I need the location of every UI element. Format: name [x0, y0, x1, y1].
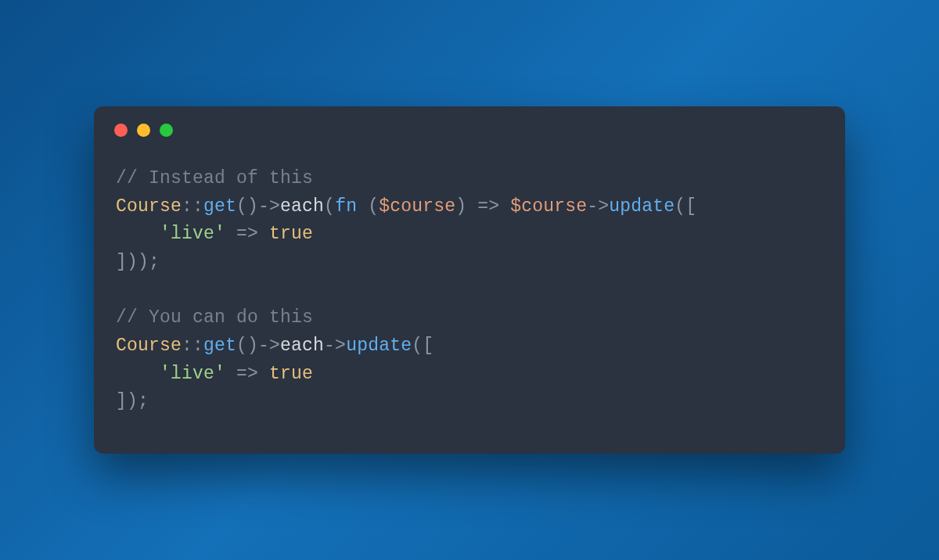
code-token: ): [455, 196, 466, 217]
code-token: true: [269, 224, 313, 244]
code-token: [499, 196, 510, 217]
code-token: (: [236, 196, 247, 217]
zoom-icon[interactable]: [160, 124, 173, 137]
code-token: ;: [138, 391, 149, 411]
code-comment: // You can do this: [116, 307, 313, 328]
code-token: ): [127, 391, 138, 411]
minimize-icon[interactable]: [137, 124, 150, 137]
code-token: Course: [116, 196, 182, 217]
code-token: [225, 364, 236, 384]
code-token: ->: [258, 336, 280, 356]
code-token: (: [675, 196, 685, 217]
code-token: 'live': [160, 224, 225, 244]
code-token: (: [324, 196, 335, 217]
code-token: [225, 224, 236, 244]
code-token: $course: [510, 196, 587, 217]
code-token: fn: [335, 196, 357, 217]
code-token: (: [412, 336, 423, 356]
code-token: [357, 196, 368, 217]
code-token: (: [236, 336, 247, 356]
code-token: ::: [182, 336, 203, 356]
code-token: =>: [477, 196, 499, 217]
code-token: ]: [116, 391, 127, 411]
code-token: update: [346, 336, 412, 356]
code-token: [: [423, 336, 434, 356]
code-token: =>: [236, 224, 258, 244]
code-token: [: [685, 196, 696, 217]
code-token: ): [127, 252, 138, 272]
code-token: =>: [236, 364, 258, 384]
code-window: // Instead of this Course::get()->each(f…: [94, 106, 845, 454]
code-comment: // Instead of this: [116, 168, 313, 188]
code-token: ->: [258, 196, 280, 217]
code-token: ->: [587, 196, 609, 217]
code-token: ;: [149, 252, 160, 272]
code-token: ->: [324, 336, 346, 356]
code-token: true: [269, 364, 313, 384]
code-token: each: [280, 196, 324, 217]
code-token: [258, 224, 269, 244]
window-titlebar: [94, 106, 845, 143]
code-token: ): [247, 336, 258, 356]
code-token: 'live': [160, 364, 225, 384]
code-token: get: [203, 196, 236, 217]
code-token: each: [280, 336, 324, 356]
code-block: // Instead of this Course::get()->each(f…: [94, 143, 845, 454]
code-token: update: [609, 196, 675, 217]
code-token: [258, 364, 269, 384]
code-token: (: [368, 196, 379, 217]
code-token: ): [247, 196, 258, 217]
code-token: $course: [379, 196, 455, 217]
code-token: ]: [116, 252, 127, 272]
code-token: ): [138, 252, 149, 272]
close-icon[interactable]: [114, 124, 128, 137]
code-token: get: [203, 336, 236, 356]
code-token: [466, 196, 477, 217]
code-token: ::: [182, 196, 203, 217]
code-token: Course: [116, 336, 182, 356]
